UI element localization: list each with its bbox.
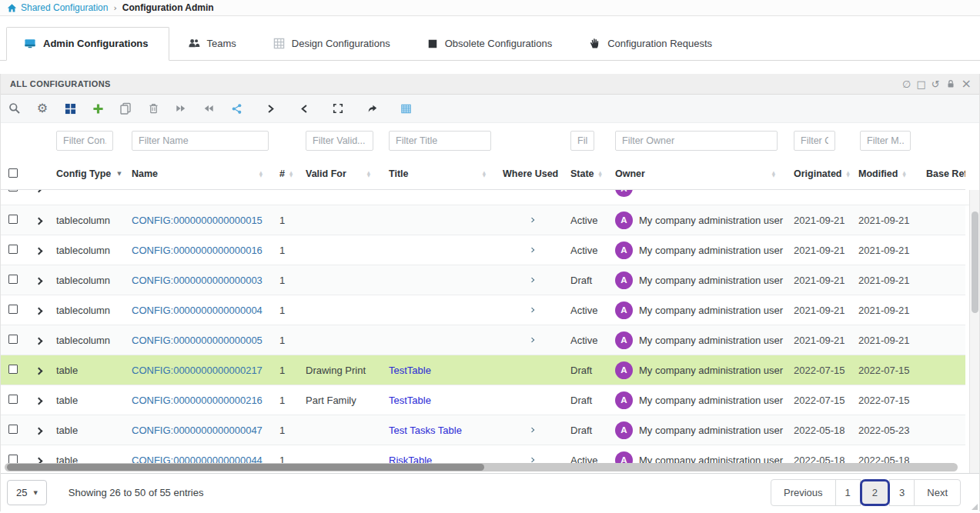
where-used-chevron-icon[interactable] <box>528 338 534 342</box>
row-checkbox[interactable] <box>8 395 18 404</box>
row-expander-icon[interactable] <box>35 337 42 345</box>
title-link[interactable]: TestTable <box>389 395 431 406</box>
tab-configuration-requests[interactable]: Configuration Requests <box>570 28 731 60</box>
where-used-chevron-icon[interactable] <box>528 278 534 282</box>
settings-gear-icon[interactable]: ⚙ <box>36 102 48 115</box>
copy-icon[interactable] <box>119 102 132 115</box>
fast-forward-icon[interactable] <box>175 102 187 115</box>
filter-caret-icon[interactable]: ▼ <box>117 171 121 177</box>
delete-icon[interactable] <box>147 102 159 115</box>
tab-admin-configurations[interactable]: Admin Configurations <box>6 27 169 61</box>
sort-icon[interactable]: ▲▼ <box>289 171 293 178</box>
row-checkbox[interactable] <box>8 365 18 374</box>
filter-config-type-input[interactable] <box>56 131 113 151</box>
filter-originated-input[interactable] <box>794 131 835 151</box>
sort-icon[interactable]: ▲▼ <box>483 171 493 178</box>
tab-teams[interactable]: Teams <box>169 28 255 60</box>
row-expander-icon[interactable] <box>35 427 42 435</box>
column-header-title[interactable]: Title <box>389 168 408 179</box>
sort-icon[interactable]: ▲▼ <box>259 171 270 178</box>
column-header-state[interactable]: State <box>570 168 594 179</box>
expand-icon[interactable] <box>332 102 344 115</box>
column-header-where-used[interactable]: Where Used <box>503 168 558 179</box>
resize-grip[interactable] <box>972 504 978 510</box>
row-expander-icon[interactable] <box>35 367 42 375</box>
column-header-originated[interactable]: Originated <box>794 168 842 179</box>
search-icon[interactable] <box>8 102 21 115</box>
config-name-link[interactable]: CONFIG:0000000000000015 <box>132 215 263 226</box>
config-name-link[interactable]: CONFIG:0000000000000016 <box>132 245 263 256</box>
filter-state-input[interactable] <box>570 131 594 151</box>
tab-design-configurations[interactable]: Design Configurations <box>255 28 409 60</box>
filter-name-input[interactable] <box>132 131 269 151</box>
config-name-link[interactable]: CONFIG:0000000000000047 <box>132 425 263 436</box>
config-name-link[interactable]: CONFIG:0000000000000003 <box>132 275 263 286</box>
horizontal-scrollbar-thumb[interactable] <box>7 464 484 471</box>
row-checkbox[interactable] <box>8 425 18 434</box>
row-expander-icon[interactable] <box>35 277 42 285</box>
share-icon[interactable] <box>230 102 242 115</box>
chevron-left-icon[interactable] <box>298 102 310 115</box>
row-checkbox[interactable] <box>8 455 18 464</box>
chevron-right-icon[interactable] <box>264 102 276 115</box>
sort-icon[interactable]: ▲▼ <box>902 171 905 178</box>
page-size-select[interactable]: 25 ▼ <box>7 480 47 505</box>
close-icon[interactable]: × <box>962 78 972 90</box>
sort-icon[interactable]: ▲▼ <box>367 171 378 178</box>
where-used-chevron-icon[interactable] <box>528 428 534 432</box>
title-link[interactable]: Test Tasks Table <box>389 425 462 436</box>
window-icon[interactable]: □ <box>916 79 925 89</box>
pagination-previous-button[interactable]: Previous <box>771 479 836 506</box>
row-expander-icon[interactable] <box>35 307 42 315</box>
lock-icon[interactable] <box>945 78 956 89</box>
horizontal-scrollbar[interactable] <box>5 463 958 471</box>
pagination-page-1[interactable]: 1 <box>835 479 861 506</box>
breadcrumb-home-link[interactable]: Shared Configuration <box>21 2 108 13</box>
where-used-chevron-icon[interactable] <box>528 308 534 312</box>
sort-icon[interactable]: ▲▼ <box>772 171 783 178</box>
row-checkbox[interactable] <box>8 245 18 254</box>
title-link[interactable]: TestTable <box>389 365 431 376</box>
column-header-valid-for[interactable]: Valid For <box>306 168 346 179</box>
select-all-checkbox[interactable] <box>8 168 18 178</box>
config-name-link[interactable]: CONFIG:0000000000000217 <box>132 365 263 376</box>
column-header-modified[interactable]: Modified <box>858 168 898 179</box>
pagination-page-3[interactable]: 3 <box>889 479 915 506</box>
row-expander-icon[interactable] <box>35 247 42 255</box>
where-used-chevron-icon[interactable] <box>528 458 534 462</box>
pagination-page-2-active[interactable]: 2 <box>860 479 890 506</box>
row-expander-icon[interactable] <box>35 190 42 192</box>
pagination-next-button[interactable]: Next <box>914 479 961 506</box>
row-checkbox[interactable] <box>8 190 18 192</box>
tiles-icon[interactable] <box>64 102 76 115</box>
filter-title-input[interactable] <box>389 131 491 151</box>
rewind-icon[interactable] <box>202 102 215 115</box>
redo-icon[interactable] <box>366 102 378 115</box>
tab-obsolete-configurations[interactable]: Obsolete Configurations <box>409 28 570 60</box>
column-header-num[interactable]: # <box>279 168 285 179</box>
column-header-config-type[interactable]: Config Type <box>56 168 111 179</box>
filter-modified-input[interactable] <box>860 131 911 151</box>
filter-valid-for-input[interactable] <box>306 131 373 151</box>
config-name-link[interactable]: CONFIG:0000000000000005 <box>132 335 263 346</box>
where-used-chevron-icon[interactable] <box>528 218 534 222</box>
table-icon[interactable] <box>400 102 412 115</box>
undo-icon[interactable]: ↺ <box>932 79 940 89</box>
row-expander-icon[interactable] <box>35 217 42 225</box>
column-header-owner[interactable]: Owner <box>615 168 645 179</box>
config-name-link[interactable]: CONFIG:0000000000000216 <box>132 395 263 406</box>
slash-circle-icon[interactable]: ∅ <box>902 79 911 89</box>
row-checkbox[interactable] <box>8 305 18 314</box>
row-checkbox[interactable] <box>8 335 18 344</box>
add-icon[interactable] <box>92 102 104 115</box>
row-expander-icon[interactable] <box>35 397 42 405</box>
vertical-scrollbar-thumb[interactable] <box>972 212 978 313</box>
column-header-name[interactable]: Name <box>132 168 158 179</box>
row-checkbox[interactable] <box>8 215 18 224</box>
sort-icon[interactable]: ▲▼ <box>847 171 850 178</box>
config-name-link[interactable]: CONFIG:0000000000000004 <box>132 305 263 316</box>
home-icon[interactable] <box>7 3 17 13</box>
sort-icon[interactable]: ▲▼ <box>599 171 602 178</box>
where-used-chevron-icon[interactable] <box>528 248 534 252</box>
vertical-scrollbar[interactable] <box>969 190 979 473</box>
